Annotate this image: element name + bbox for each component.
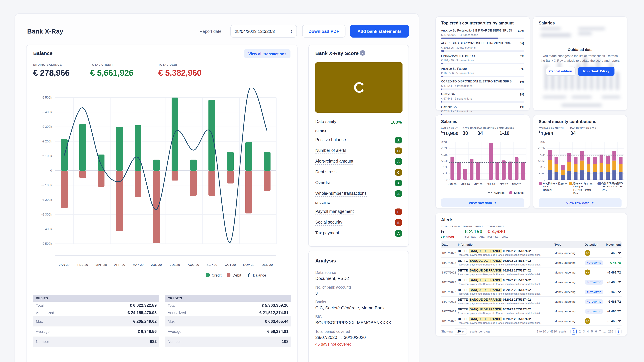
salaries-title: Salaries: [441, 119, 457, 124]
alert-movement: -€ 468,72: [608, 290, 621, 294]
score-row-label[interactable]: Tax payment: [315, 230, 339, 236]
page-link[interactable]: 4: [587, 330, 589, 333]
cancel-edition-button[interactable]: Cancel edition: [546, 67, 576, 76]
svg-text:€ 3k: € 3k: [540, 141, 545, 143]
page-link[interactable]: 3: [583, 330, 585, 333]
analysis-field: BanksCIC, Société Générale, Memo Bank: [315, 300, 402, 310]
alert-row[interactable]: 18/07/2022DETTE BANQUE DE FRANCE 082022 …: [441, 268, 622, 277]
mini-stat-value: €1,994: [539, 130, 564, 136]
alerts-total-credit: TOTAL CREDIT € 2,150 3 OF 4321 TRANS.: [464, 225, 485, 238]
svg-text:NOV 20: NOV 20: [243, 263, 254, 267]
alert-date: 18/07/2022: [442, 320, 456, 323]
counterparties-card: Top credit counterparties by amount Anti…: [435, 16, 530, 111]
table-row: Total€ 5,363,359.20: [165, 302, 291, 309]
score-row-label[interactable]: Whole-number transactions: [315, 191, 366, 197]
alert-row[interactable]: 18/07/2022DETTE BANQUE DE FRANCE 082022 …: [441, 306, 622, 316]
salaries-chart: € 24k€ 20k€ 16k€ 12k€ 8k€ 4k0JAN 20MAR 2…: [438, 139, 528, 190]
af-badge: AF: [585, 318, 590, 324]
score-row-label[interactable]: Social security: [315, 220, 342, 225]
data-sanity-row: Data sanity 100%: [315, 119, 402, 125]
legend-item: Average: [488, 191, 505, 194]
alert-row[interactable]: 18/07/2022DETTE BANQUE DE FRANCE 082022 …: [441, 297, 622, 306]
analysis-field-value: 3: [315, 291, 402, 296]
alert-movement: -€ 468,72: [608, 271, 621, 274]
counterparty-row[interactable]: Anticipo Su Fatture3%€ 165,556 - 5 trans…: [441, 67, 524, 77]
analysis-field-label: Data source: [315, 271, 402, 275]
counterparty-row[interactable]: FINANZIAMENTI IMPORT3%€ 169,439 - 3 tran…: [441, 54, 524, 64]
next-page-button[interactable]: ❯: [616, 329, 622, 335]
counterparty-detail: € 67,541 - 6 transactions: [441, 84, 524, 87]
alert-row[interactable]: 18/07/2022DETTE BANQUE DE FRANCE 082022 …: [441, 248, 622, 258]
row-label: Annualized: [36, 311, 54, 315]
blurred-block: [543, 96, 566, 98]
per-page-select[interactable]: 20▲▼: [455, 328, 467, 335]
svg-text:€ 12k: € 12k: [441, 159, 448, 162]
page-current[interactable]: 1: [571, 329, 577, 335]
row-value: € 205,249.62: [133, 319, 157, 324]
alert-information: DETTE BANQUE DE FRANCE 082022 26T5137402: [458, 288, 531, 292]
view-all-transactions-button[interactable]: View all transactions: [244, 49, 290, 58]
download-pdf-button[interactable]: Download PDF: [302, 25, 346, 37]
balance-stat-label: TOTAL CREDIT: [90, 63, 134, 66]
row-label: Average: [36, 330, 50, 334]
legend-swatch: [569, 182, 572, 185]
svg-text:€ 500: € 500: [539, 172, 545, 175]
score-row-label[interactable]: Debt stress: [315, 169, 336, 175]
counterparty-row[interactable]: CCREDITO DISPOSIZIONI ELETTRONICHE SBF S…: [441, 80, 524, 90]
table-row: Max€ 663,465.44: [165, 317, 291, 327]
counterparty-row[interactable]: Grazie SA1%€ 67,541 - 6 transactions: [441, 92, 524, 103]
score-row-label[interactable]: Positive balance: [315, 137, 346, 143]
alert-detection: AF: [585, 250, 590, 256]
analysis-field-label: No. of bank accounts: [315, 285, 402, 289]
counterparty-detail: € 3,895,909 - 24 transactions: [441, 33, 524, 36]
analysis-fields: Data sourceDocument, PSD2No. of bank acc…: [315, 271, 402, 347]
page-link[interactable]: 5: [591, 330, 593, 333]
counterparty-row[interactable]: October SA1%€ 67,541 - 6 transactions: [441, 105, 524, 115]
debits-table-header: DEBITS: [33, 295, 159, 302]
score-row-label[interactable]: Number of alerts: [315, 148, 346, 154]
table-row: Average€ 56,234.81: [165, 327, 291, 337]
page-link[interactable]: 6: [595, 330, 597, 333]
data-sanity-label[interactable]: Data sanity: [315, 119, 336, 125]
alert-description: Reccurent payment to Banque de France co…: [458, 312, 541, 315]
alert-row[interactable]: 18/07/2022DETTE BANQUE DE FRANCE 082022 …: [441, 258, 622, 268]
counterparty-row[interactable]: Anticipo Su Portafoglio S B F RAP DE BER…: [441, 29, 524, 39]
score-row-label[interactable]: Payroll management: [315, 209, 354, 215]
alert-information: DETTE BANQUE DE FRANCE 082022 26T5137402: [458, 249, 531, 253]
svg-text:0: 0: [544, 178, 545, 181]
analysis-field-label: BIC: [315, 315, 402, 319]
info-icon[interactable]: i: [360, 50, 365, 56]
alert-row[interactable]: 18/07/2022DETTE BANQUE DE FRANCE 082022 …: [441, 277, 622, 287]
page-link[interactable]: 2: [579, 330, 581, 333]
score-row-label[interactable]: Alert-related amount: [315, 159, 353, 164]
balance-chart: € 500k€ 400k€ 300k€ 200k€ 100k0-€ 100k-€…: [30, 88, 280, 272]
alert-date: 18/07/2022: [442, 300, 456, 303]
page-link[interactable]: 7: [599, 330, 601, 333]
salaries-view-raw-button[interactable]: View raw data▼: [441, 198, 524, 207]
counterparty-row[interactable]: ACCREDITO DISPOSIZIONI ELETTRONICHE SBF …: [441, 41, 524, 52]
page-link[interactable]: 216: [608, 330, 613, 333]
analysis-field: Data sourceDocument, PSD2: [315, 271, 402, 281]
svg-text:OCT 20: OCT 20: [225, 263, 236, 267]
alert-detection: AUTOMATIC: [585, 299, 604, 304]
global-section-label: GLOBAL: [315, 129, 328, 133]
counterparty-bar: [441, 50, 524, 52]
report-date-select[interactable]: 28/04/2023 12:32:03 ▲▼: [230, 25, 297, 37]
counterparty-name: ACCREDITO DISPOSIZIONI ELETTRONICHE SBF …: [441, 41, 512, 45]
counterparty-detail: € 67,541 - 6 transactions: [441, 110, 524, 113]
score-row-label[interactable]: Overdraft: [315, 180, 333, 186]
counterparty-detail: € 169,439 - 3 transactions: [441, 59, 524, 62]
legend-label: Debit: [232, 273, 241, 277]
alert-row[interactable]: 18/07/2022DETTE BANQUE DE FRANCE 082022 …: [441, 316, 622, 326]
alert-date: 18/07/2022: [442, 251, 456, 255]
legend-swatch: [206, 273, 210, 277]
alert-date: 18/07/2022: [442, 290, 456, 294]
social-view-raw-button[interactable]: View raw data▼: [539, 198, 622, 207]
mini-stat-value: 34: [570, 130, 596, 136]
legend-label: F24 TELEMATICODELEGA F24 CBI DA...: [602, 182, 624, 195]
alert-row[interactable]: 18/07/2022DETTE BANQUE DE FRANCE 082022 …: [441, 287, 622, 297]
add-bank-statements-button[interactable]: Add bank statements: [350, 25, 409, 37]
run-bank-xray-button[interactable]: Run Bank X-Ray: [578, 67, 614, 76]
chevron-down-icon: ▼: [494, 201, 496, 204]
page-link[interactable]: ...: [603, 330, 606, 333]
